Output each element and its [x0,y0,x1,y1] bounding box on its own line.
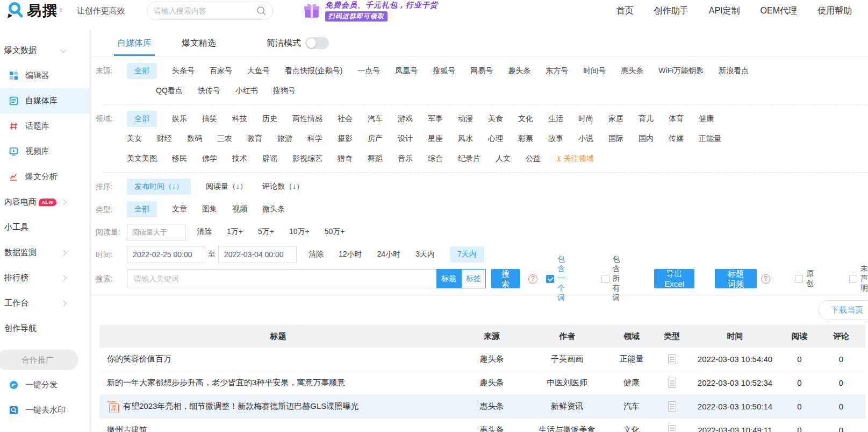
table-row[interactable]: 原 徽州古建筑 惠头条 生活与徽派美食 文化 2022-03-03 10:49:… [99,419,865,432]
sort-option[interactable]: 评论数（↓） [262,179,304,195]
domain-option[interactable]: 心理 [488,131,503,147]
source-option[interactable]: 凤凰号 [395,63,418,79]
tab-hot-selection[interactable]: 爆文精选 [182,30,216,56]
sidebar-section-tools[interactable]: 小工具 [0,215,89,240]
logo[interactable]: 易撰 ® [5,1,63,20]
date-from-input[interactable] [127,246,205,263]
domain-option[interactable]: 时尚 [578,111,593,127]
reads-option[interactable]: 50万+ [325,224,345,240]
time-option[interactable]: 24小时 [377,246,401,263]
domain-option[interactable]: 人文 [496,151,511,167]
domain-option[interactable]: 科学 [307,131,322,147]
reads-option[interactable]: 1万+ [227,224,243,240]
domain-option[interactable]: 历史 [262,111,277,127]
undeclared-checkbox[interactable]: 未声明 [849,264,868,293]
source-option[interactable]: 惠头条 [621,63,643,79]
domain-option[interactable]: 传媒 [669,131,684,147]
nav-link[interactable]: 创作助手 [654,5,688,17]
export-excel-button[interactable]: 导出Excel [654,269,694,288]
sidebar-section-hot-data[interactable]: 爆文数据 [0,38,89,63]
nav-link[interactable]: API定制 [709,5,740,17]
domain-option[interactable]: 科技 [232,111,247,127]
domain-option[interactable]: 美文美图 [127,151,157,167]
top-search-input[interactable] [154,6,256,15]
article-title[interactable]: 新的一年大家都想步步升高，老少皆宜的3种平安果，寓意万事顺意 [107,378,345,388]
include-one-word-checkbox[interactable]: 包含一个词 [546,254,568,303]
type-option[interactable]: 图集 [202,201,217,217]
original-checkbox[interactable]: 原创 [795,269,814,288]
sidebar-section-creation-nav[interactable]: 创作导航 [0,316,89,341]
keyword-input[interactable] [127,269,486,288]
include-all-words-checkbox[interactable]: 包含所有词 [601,254,623,303]
domain-option[interactable]: 搞笑 [202,111,217,127]
type-option[interactable]: 视频 [232,201,247,217]
domain-option[interactable]: 技术 [232,151,247,167]
source-option[interactable]: 一点号 [357,63,380,79]
source-option[interactable]: QQ看点 [156,83,183,99]
domain-option[interactable]: 汽车 [368,111,383,127]
domain-option[interactable]: 家居 [608,111,623,127]
domain-option[interactable]: 国内 [639,131,654,147]
domain-option[interactable]: 国际 [608,131,623,147]
nav-link[interactable]: 使用帮助 [817,5,852,17]
domain-option[interactable]: 财经 [157,131,172,147]
domain-option[interactable]: 教育 [247,131,262,147]
download-page-button[interactable]: 下载当页 [819,300,868,320]
type-option[interactable]: 文章 [172,201,187,217]
domain-option[interactable]: 公益 [526,151,541,167]
source-option[interactable]: 全部 [127,63,157,79]
source-option[interactable]: 东方号 [546,63,568,79]
search-icon[interactable] [256,6,266,16]
source-option[interactable]: WiFi万能钥匙 [658,63,704,79]
domain-option[interactable]: 游戏 [398,111,413,127]
domain-option[interactable]: 风水 [458,131,473,147]
sidebar-item-media-library[interactable]: 自媒体库 [0,88,89,114]
domain-option[interactable]: 设计 [398,131,413,147]
help-icon[interactable] [761,274,770,284]
domain-option[interactable]: 数码 [187,131,202,147]
domain-option[interactable]: 舞蹈 [368,151,383,167]
source-option[interactable]: 趣头条 [508,63,530,79]
table-row[interactable]: 原 有望2023年亮相，细节微调整！新款梅赛德斯迈巴赫GLS谍照曝光 惠头条 新… [99,395,865,419]
time-option[interactable]: 7天内 [450,246,484,263]
reads-option[interactable]: 5万+ [258,224,274,240]
sort-option[interactable]: 阅读量（↓） [206,179,247,195]
domain-option[interactable]: 全部 [127,111,157,127]
sidebar-cooperation-pill[interactable]: 合作推广 [0,350,78,370]
domain-option[interactable]: 健康 [699,111,714,127]
source-option[interactable]: 小红书 [235,83,258,99]
sidebar-item-topic-library[interactable]: 话题库 [0,114,89,139]
sidebar-item-video-library[interactable]: 视频库 [0,139,89,164]
time-option[interactable]: 清除 [309,246,324,263]
sidebar-item-hot-analysis[interactable]: 爆文分析 [0,164,89,189]
table-row[interactable]: 原 你的笑容价值百万 趣头条 子英画画 正能量 2022-03-03 10:54… [99,348,865,371]
domain-option[interactable]: 房产 [368,131,383,147]
domain-option[interactable]: 文化 [518,111,533,127]
article-title[interactable]: 徽州古建筑 [107,425,147,432]
table-row[interactable]: 原 新的一年大家都想步步升高，老少皆宜的3种平安果，寓意万事顺意 趣头条 中医刘… [99,371,865,395]
source-option[interactable]: 时间号 [583,63,606,79]
search-mode-tag-button[interactable]: 标签 [461,269,486,288]
article-title[interactable]: 你的笑容价值百万 [107,354,171,364]
sidebar-section-workbench[interactable]: 工作台 [0,291,89,316]
source-option[interactable]: 快传号 [198,83,220,99]
sidebar-section-rankings[interactable]: 排行榜 [0,265,89,291]
domain-option[interactable]: 生活 [548,111,563,127]
domain-option[interactable]: 星座 [428,131,443,147]
sidebar-section-content-ecommerce[interactable]: 内容电商 NEW [0,189,89,215]
domain-option[interactable]: 影视综艺 [292,151,322,167]
domain-option[interactable]: 综合 [428,151,443,167]
search-mode-title-button[interactable]: 标题 [436,269,461,288]
domain-option[interactable]: 纪录片 [458,151,480,167]
source-option[interactable]: 搜狗号 [273,83,296,99]
date-to-input[interactable] [218,246,297,263]
domain-option[interactable]: 美女 [127,131,142,147]
domain-option[interactable]: 彩票 [518,131,533,147]
sort-option[interactable]: 发布时间（↓） [127,179,191,195]
domain-option[interactable]: 猎奇 [338,151,353,167]
title-word-frequency-button[interactable]: 标题词频统计 [715,269,757,288]
source-option[interactable]: 新浪看点 [719,63,749,79]
time-option[interactable]: 3天内 [415,246,435,263]
domain-option[interactable]: 佛学 [202,151,217,167]
type-option[interactable]: 全部 [127,201,157,217]
